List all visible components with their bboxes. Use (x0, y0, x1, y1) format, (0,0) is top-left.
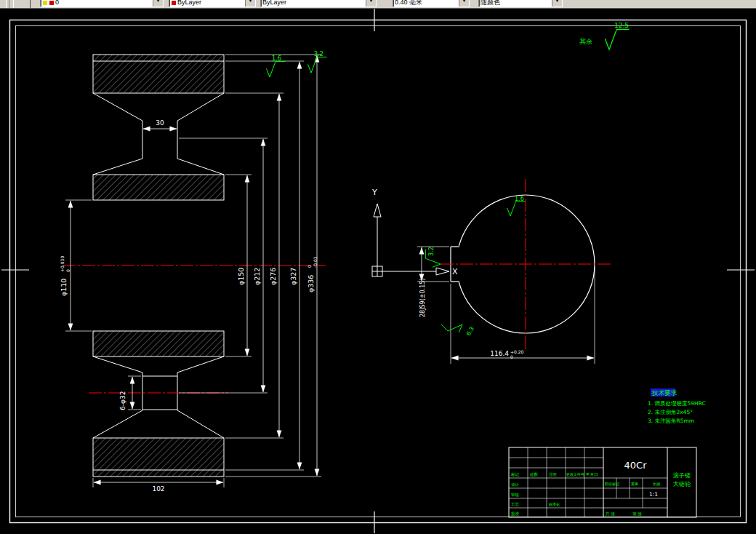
svg-text:φ276: φ276 (269, 268, 277, 285)
chevron-down-icon[interactable]: ▼ (366, 0, 376, 7)
notes-title: 技术要求 (651, 389, 677, 396)
roughness-icon: 1.6 (267, 55, 286, 77)
roughness-icon (605, 29, 629, 49)
linetype-dropdown[interactable]: ByLayer ▼ (260, 0, 377, 7)
tb-label: 分区 (549, 472, 558, 477)
hub-bottom-section (93, 331, 224, 356)
layer-state-icon (43, 1, 47, 5)
roughness-bore-value: 1.6 (515, 196, 524, 202)
roughness-icon: 3.2 (426, 247, 441, 267)
tb-label: 标准化 (548, 502, 560, 507)
centerlines (63, 266, 326, 393)
application-window: 0 ▼ ByLayer ▼ ByLayer ▼ 0.40 毫米 ▼ 随颜色 ▼ (0, 0, 756, 534)
dim-root-diameter: φ327 (289, 268, 297, 285)
color-swatch-icon (172, 1, 176, 5)
general-roughness-prefix: 其余 (579, 38, 592, 45)
plotstyle-dropdown[interactable]: 随颜色 ▼ (478, 0, 563, 7)
material-value: 40Cr (624, 460, 648, 471)
chevron-down-icon[interactable]: ▼ (245, 0, 255, 7)
tb-label: 共 张 (605, 511, 615, 517)
properties-toolbar: 0 ▼ ByLayer ▼ ByLayer ▼ 0.40 毫米 ▼ 随颜色 ▼ (0, 0, 756, 9)
title-block: 40Cr 滚子链 大链轮 标记 处数 分区 更改文件号 年月日 设计 审核 工艺… (509, 447, 696, 517)
dim-bolt-holes: 6-φ32 (119, 391, 126, 410)
note-item: 3. 未注圆角R5mm (648, 418, 694, 424)
layer-color-icon (49, 1, 54, 5)
tb-label: 年月日 (586, 472, 598, 477)
dim-total-width: 102 (152, 485, 164, 493)
tb-label: 审核 (511, 493, 520, 497)
svg-text:0: 0 (307, 265, 312, 268)
svg-text:φ336: φ336 (307, 275, 315, 292)
tb-label: 更改文件号 (566, 472, 584, 477)
chevron-down-icon[interactable]: ▼ (459, 0, 469, 7)
svg-text:-0.03: -0.03 (313, 256, 318, 268)
ucs-y-label: Y (371, 188, 377, 197)
hub-top-section (93, 175, 224, 200)
extension-lines (65, 55, 321, 487)
svg-text:116.4: 116.4 (490, 350, 509, 357)
tb-label: 工艺 (511, 502, 520, 506)
tb-label: 比例 (653, 482, 660, 487)
tb-label: 批准 (511, 511, 520, 517)
roughness-icon: 3.2 (308, 51, 327, 73)
dim-keyway-width: 28JS9(±0.15) (419, 279, 426, 317)
centerlines (441, 179, 611, 349)
rim-top-section (93, 55, 224, 93)
roughness-icon: 1.6 (507, 196, 526, 216)
svg-text:φ212: φ212 (253, 268, 261, 285)
svg-text:0: 0 (510, 354, 513, 359)
bore-keyway-view: 116.4 +0.20 0 28JS9(±0.15) 1.6 3.2 (417, 179, 611, 364)
svg-text:0: 0 (65, 269, 71, 272)
general-roughness-value: 12.5 (614, 22, 629, 29)
tb-label: 标记 (510, 472, 520, 477)
svg-text:+0.20: +0.20 (510, 349, 524, 354)
roughness-keyway-bottom-value: 6.3 (465, 325, 475, 337)
dimension-lines (71, 55, 317, 482)
tb-label: 阶段标记 (605, 482, 619, 487)
layer-manager-button[interactable] (13, 0, 31, 9)
dim-web-width: 30 (156, 119, 164, 127)
svg-text:φ327: φ327 (289, 268, 297, 285)
roughness-face-value: 1.6 (272, 55, 281, 62)
chevron-down-icon[interactable]: ▼ (153, 0, 163, 7)
chevron-down-icon[interactable]: ▼ (552, 0, 562, 7)
svg-text:28JS9(±0.15): 28JS9(±0.15) (419, 279, 426, 317)
rim-bottom-section (93, 438, 224, 477)
svg-text:φ110: φ110 (60, 279, 68, 296)
layer-dropdown[interactable]: 0 ▼ (40, 0, 164, 7)
roughness-keyway-side-value: 3.2 (428, 247, 435, 256)
tb-label: 重量 (631, 482, 638, 486)
color-dropdown[interactable]: ByLayer ▼ (169, 0, 256, 7)
dim-bore-diameter: φ110 +0.030 0 (60, 256, 71, 296)
layer-dropdown-value: 0 (55, 0, 59, 6)
note-item: 2. 未注倒角2x45° (648, 409, 693, 415)
drawing-canvas[interactable]: 30 102 φ336 0 -0.03 φ327 φ276 φ212 φ150 … (0, 0, 756, 534)
color-dropdown-value: ByLayer (177, 0, 201, 6)
note-item: 1. 调质处理硬度59HRC (648, 400, 706, 407)
svg-text:φ150: φ150 (237, 268, 245, 285)
plotstyle-dropdown-value: 随颜色 (480, 0, 500, 6)
sprocket-section-view: 30 102 φ336 0 -0.03 φ327 φ276 φ212 φ150 … (60, 51, 327, 493)
dim-hub-diameter: φ150 (237, 268, 245, 285)
lineweight-dropdown[interactable]: 0.40 毫米 ▼ (393, 0, 470, 7)
dim-rim-inner-diameter: φ276 (269, 268, 277, 285)
tb-label: 第 张 (632, 511, 642, 517)
dim-bolt-circle-diameter: φ212 (253, 268, 261, 285)
svg-text:6-φ32: 6-φ32 (119, 391, 126, 410)
technical-notes: 技术要求 1. 调质处理硬度59HRC 2. 未注倒角2x45° 3. 未注圆角… (648, 388, 706, 424)
toolbar-grip[interactable] (6, 0, 9, 9)
roughness-icon: 6.3 (441, 314, 475, 338)
scale-value: 1:1 (649, 491, 658, 498)
tb-label: 处数 (530, 472, 539, 477)
part-name: 大链轮 (673, 481, 691, 487)
part-name: 滚子链 (673, 472, 691, 479)
tb-label: 设计 (511, 482, 520, 487)
roughness-rim-value: 3.2 (314, 51, 323, 57)
lineweight-dropdown-value: 0.40 毫米 (395, 0, 422, 6)
ucs-x-label: X (452, 267, 458, 276)
linetype-dropdown-value: ByLayer (262, 0, 286, 6)
dim-outer-diameter: φ336 0 -0.03 (307, 256, 318, 292)
svg-text:+0.030: +0.030 (60, 256, 65, 272)
